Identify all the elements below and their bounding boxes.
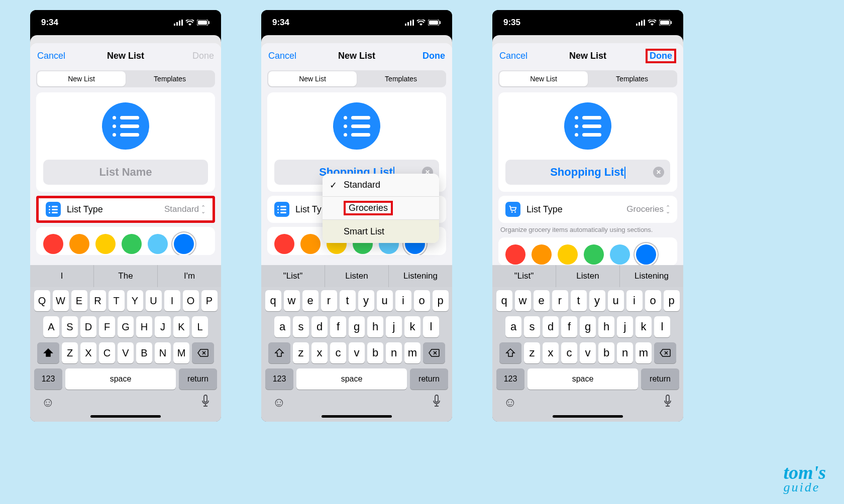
key[interactable]: T bbox=[109, 290, 125, 311]
key[interactable]: L bbox=[192, 316, 208, 337]
space-key[interactable]: space bbox=[296, 368, 407, 390]
key[interactable]: n bbox=[386, 342, 402, 363]
key[interactable]: F bbox=[99, 316, 115, 337]
key[interactable]: k bbox=[636, 316, 652, 337]
dictation-icon[interactable] bbox=[432, 395, 441, 411]
numbers-key[interactable]: 123 bbox=[265, 368, 293, 390]
key[interactable]: n bbox=[617, 342, 633, 363]
key[interactable]: d bbox=[543, 316, 559, 337]
key[interactable]: w bbox=[515, 290, 531, 311]
key[interactable]: H bbox=[136, 316, 152, 337]
tab-new-list[interactable]: New List bbox=[37, 71, 126, 86]
key[interactable]: u bbox=[608, 290, 624, 311]
key[interactable]: a bbox=[505, 316, 521, 337]
key[interactable]: g bbox=[580, 316, 596, 337]
color-swatch[interactable] bbox=[300, 234, 321, 254]
tab-templates[interactable]: Templates bbox=[126, 71, 214, 86]
list-name-input[interactable]: Shopping List bbox=[505, 160, 670, 185]
done-button[interactable]: Done bbox=[643, 49, 676, 63]
key[interactable]: P bbox=[201, 290, 218, 311]
key[interactable]: e bbox=[534, 290, 550, 311]
return-key[interactable]: return bbox=[641, 368, 679, 390]
key[interactable]: r bbox=[552, 290, 568, 311]
tab-new-list[interactable]: New List bbox=[268, 71, 357, 86]
key[interactable]: I bbox=[164, 290, 180, 311]
key[interactable]: v bbox=[349, 342, 365, 363]
key[interactable]: f bbox=[330, 316, 346, 337]
key[interactable]: Y bbox=[127, 290, 143, 311]
list-icon-large[interactable] bbox=[333, 102, 380, 150]
key[interactable]: A bbox=[43, 316, 59, 337]
key[interactable]: j bbox=[617, 316, 633, 337]
shift-key[interactable] bbox=[268, 342, 290, 363]
done-button[interactable]: Done bbox=[412, 51, 445, 61]
cancel-button[interactable]: Cancel bbox=[499, 51, 533, 61]
color-swatch[interactable] bbox=[95, 234, 116, 254]
dropdown-item[interactable]: Smart List bbox=[323, 220, 439, 243]
suggestion[interactable]: Listen bbox=[325, 265, 389, 287]
key[interactable]: S bbox=[62, 316, 78, 337]
suggestion[interactable]: Listening bbox=[389, 265, 452, 287]
color-swatch[interactable] bbox=[148, 234, 168, 254]
color-swatch[interactable] bbox=[532, 244, 552, 265]
key[interactable]: z bbox=[293, 342, 309, 363]
cancel-button[interactable]: Cancel bbox=[37, 51, 70, 61]
suggestion[interactable]: The bbox=[94, 265, 158, 287]
key[interactable]: g bbox=[349, 316, 365, 337]
clear-icon[interactable] bbox=[653, 167, 664, 178]
key[interactable]: K bbox=[173, 316, 189, 337]
key[interactable]: O bbox=[183, 290, 199, 311]
dictation-icon[interactable] bbox=[663, 395, 672, 411]
key[interactable]: p bbox=[433, 290, 449, 311]
key[interactable]: G bbox=[118, 316, 134, 337]
shift-key[interactable] bbox=[499, 342, 521, 363]
list-type-row[interactable]: List Type Standard ⌃⌄ bbox=[36, 196, 215, 223]
list-icon-large[interactable] bbox=[564, 102, 611, 150]
key[interactable]: W bbox=[53, 290, 69, 311]
list-name-input[interactable]: List Name bbox=[43, 160, 208, 185]
color-swatch[interactable] bbox=[69, 234, 89, 254]
key[interactable]: b bbox=[367, 342, 383, 363]
dictation-icon[interactable] bbox=[201, 395, 210, 411]
key[interactable]: i bbox=[626, 290, 643, 311]
key[interactable]: k bbox=[404, 316, 420, 337]
tab-new-list[interactable]: New List bbox=[499, 71, 588, 86]
key[interactable]: w bbox=[284, 290, 300, 311]
dropdown-item[interactable]: Groceries bbox=[323, 197, 439, 220]
key[interactable]: e bbox=[302, 290, 319, 311]
return-key[interactable]: return bbox=[410, 368, 448, 390]
key[interactable]: x bbox=[543, 342, 559, 363]
key[interactable]: N bbox=[155, 342, 171, 363]
numbers-key[interactable]: 123 bbox=[496, 368, 524, 390]
emoji-icon[interactable]: ☺ bbox=[272, 395, 286, 411]
key[interactable]: t bbox=[571, 290, 587, 311]
color-swatch[interactable] bbox=[636, 244, 656, 265]
key[interactable]: v bbox=[580, 342, 596, 363]
key[interactable]: s bbox=[524, 316, 540, 337]
color-swatch[interactable] bbox=[174, 234, 194, 254]
key[interactable]: l bbox=[423, 316, 439, 337]
key[interactable]: h bbox=[598, 316, 614, 337]
key[interactable]: J bbox=[155, 316, 171, 337]
color-swatch[interactable] bbox=[558, 244, 578, 265]
key[interactable]: y bbox=[358, 290, 374, 311]
segmented-control[interactable]: New List Templates bbox=[267, 70, 446, 87]
suggestion[interactable]: "List" bbox=[261, 265, 325, 287]
key[interactable]: h bbox=[367, 316, 383, 337]
dropdown-item[interactable]: ✓Standard bbox=[323, 174, 439, 197]
key[interactable]: C bbox=[99, 342, 115, 363]
shift-key[interactable] bbox=[37, 342, 59, 363]
color-swatch[interactable] bbox=[274, 234, 294, 254]
backspace-key[interactable] bbox=[654, 342, 676, 363]
list-type-row[interactable]: List Type Groceries ⌃⌄ bbox=[498, 196, 677, 223]
return-key[interactable]: return bbox=[179, 368, 217, 390]
segmented-control[interactable]: New List Templates bbox=[498, 70, 677, 87]
key[interactable]: X bbox=[80, 342, 96, 363]
key[interactable]: Z bbox=[62, 342, 78, 363]
backspace-key[interactable] bbox=[423, 342, 445, 363]
key[interactable]: b bbox=[598, 342, 614, 363]
emoji-icon[interactable]: ☺ bbox=[503, 395, 517, 411]
color-swatch[interactable] bbox=[505, 244, 525, 265]
key[interactable]: a bbox=[274, 316, 290, 337]
key[interactable]: r bbox=[321, 290, 337, 311]
